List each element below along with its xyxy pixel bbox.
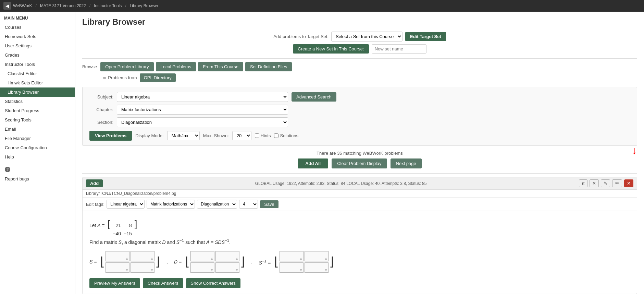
sidebar-item-homework-sets[interactable]: Homework Sets <box>0 32 75 41</box>
view-problems-button[interactable]: View Problems <box>89 131 132 141</box>
page-title: Library Browser <box>82 17 637 27</box>
save-tag-button[interactable]: Save <box>260 200 278 208</box>
matrix-a-r1c2: 8 <box>124 222 132 229</box>
answer-buttons-row: Preview My Answers Check Answers Show Co… <box>89 278 630 288</box>
problem-body: Let A = [ 21 8 −40 −15 ] Find a matrix S… <box>83 211 637 294</box>
clear-problem-display-button[interactable]: Clear Problem Display <box>332 158 387 168</box>
create-new-set-button[interactable]: Create a New Set in This Course: <box>293 44 369 54</box>
browse-open-problem-library-button[interactable]: Open Problem Library <box>100 62 153 71</box>
hints-label: Hints <box>261 133 271 138</box>
sidebar-item-file-manager[interactable]: File Manager <box>0 134 75 143</box>
max-shown-select[interactable]: 20 10 50 <box>232 131 251 140</box>
sidebar-item-statistics[interactable]: Statistics <box>0 97 75 106</box>
or-problems-from-label: or Problems from <box>103 75 137 80</box>
sidebar-item-report-bugs[interactable]: Report bugs <box>0 174 75 184</box>
matrix-d-r1c1-cell[interactable]: ⊞ <box>190 251 214 261</box>
tag1-select[interactable]: Linear algebra <box>107 200 145 209</box>
chapter-select[interactable]: Matrix factorizations <box>117 105 288 115</box>
matrix-sep-1: , <box>166 259 168 265</box>
matrix-s-r1c1-cell[interactable]: ⊞ <box>106 251 129 261</box>
breadcrumb-sep3: / <box>125 3 126 8</box>
matrix-sep-2: , <box>251 259 252 265</box>
sidebar-item-hmwk-sets-editor[interactable]: Hmwk Sets Editor <box>0 78 75 87</box>
section-select[interactable]: Diagonalization <box>117 117 288 127</box>
sidebar-item-courses[interactable]: Courses <box>0 23 75 32</box>
matrix-sinv-r2c1-cell[interactable]: ⊞ <box>280 262 304 273</box>
problem-add-button[interactable]: Add <box>86 179 103 187</box>
breadcrumb-webwork[interactable]: WeBWorK <box>13 3 32 8</box>
sidebar-item-scoring-tools[interactable]: Scoring Tools <box>0 115 75 125</box>
breadcrumb-sep2: / <box>89 3 90 8</box>
sidebar-item-classlist-editor[interactable]: Classlist Editor <box>0 69 75 78</box>
back-button[interactable]: ◀ <box>3 2 11 10</box>
subject-select[interactable]: Linear algebra <box>117 92 288 102</box>
sidebar-item-grades[interactable]: Grades <box>0 50 75 60</box>
solutions-checkbox-label[interactable]: Solutions <box>274 133 298 138</box>
opl-directory-button[interactable]: OPL Directory <box>140 73 176 82</box>
edit-tags-row: Edit tags: Linear algebra Matrix factori… <box>83 198 637 211</box>
matrix-d-label: D = <box>174 259 182 264</box>
sidebar-help-icon-row[interactable]: ? <box>0 165 75 174</box>
tag4-select[interactable]: 4 <box>239 200 258 209</box>
sidebar-item-course-configuration[interactable]: Course Configuration <box>0 143 75 152</box>
grid-icon: ⊞ <box>300 257 302 260</box>
solutions-checkbox[interactable] <box>274 133 278 138</box>
browse-from-this-course-button[interactable]: From This Course <box>198 62 243 71</box>
add-all-button[interactable]: Add All <box>298 158 328 168</box>
problem-icons: π ✕ ✎ 👁 ✕ <box>579 179 633 187</box>
subject-label: Subject: <box>89 94 113 99</box>
hints-checkbox-label[interactable]: Hints <box>255 133 271 138</box>
problem-icon-view[interactable]: 👁 <box>612 179 622 187</box>
grid-icon: ⊞ <box>325 269 327 272</box>
matrix-s-r2c2-cell[interactable]: ⊞ <box>131 262 154 273</box>
show-correct-answers-button[interactable]: Show Correct Answers <box>186 278 241 288</box>
tag2-select[interactable]: Matrix factorizations <box>147 200 195 209</box>
sidebar-item-email[interactable]: Email <box>0 125 75 134</box>
display-mode-select[interactable]: MathJax MathML Plain Text <box>167 131 200 140</box>
sidebar-item-library-browser[interactable]: Library Browser <box>0 87 75 97</box>
problem-icon-times[interactable]: ✕ <box>590 179 599 187</box>
matrix-d-close-bracket: ⌋ <box>240 256 245 268</box>
matrix-d-r2c2-cell[interactable]: ⊞ <box>215 262 239 273</box>
matrix-sinv-r2c2-cell[interactable]: ⊞ <box>305 262 329 273</box>
matrix-sinv-r1c1-cell[interactable]: ⊞ <box>280 251 304 261</box>
advanced-search-button[interactable]: Advanced Search <box>292 92 336 102</box>
matrix-s-cells: ⊞ ⊞ ⊞ ⊞ <box>106 251 154 273</box>
breadcrumb-instructor-tools[interactable]: Instructor Tools <box>94 3 122 8</box>
subject-row: Subject: Linear algebra Advanced Search <box>89 92 630 102</box>
statement-let: Let A = <box>89 223 106 228</box>
sidebar-item-instructor-tools[interactable]: Instructor Tools <box>0 60 75 69</box>
next-page-button[interactable]: Next page <box>391 158 422 168</box>
sidebar-item-student-progress[interactable]: Student Progress <box>0 106 75 115</box>
preview-my-answers-button[interactable]: Preview My Answers <box>89 278 140 288</box>
target-set-select[interactable]: Select a Set from this Course <box>331 32 402 42</box>
matrix-s-r2c1-cell[interactable]: ⊞ <box>106 262 129 273</box>
problem-icon-pi[interactable]: π <box>579 179 587 187</box>
grid-icon: ⊞ <box>126 269 128 272</box>
problem-path: Library/TCNJ/TCNJ_Diagonalization/proble… <box>83 190 637 198</box>
hints-checkbox[interactable] <box>255 133 259 138</box>
problem-card: Add GLOBAL Usage: 1922, Attempts: 2.83, … <box>82 177 637 294</box>
matrix-sinv-r1c2-cell[interactable]: ⊞ <box>305 251 329 261</box>
grid-icon: ⊞ <box>300 269 302 272</box>
view-problems-row: View Problems Display Mode: MathJax Math… <box>89 131 630 141</box>
grid-icon: ⊞ <box>151 269 153 272</box>
matrix-d-r1c2-cell[interactable]: ⊞ <box>215 251 239 261</box>
chapter-label: Chapter: <box>89 107 113 112</box>
matrix-d-open-bracket: ⌊ <box>185 256 190 268</box>
matrix-s-r1c2-cell[interactable]: ⊞ <box>131 251 154 261</box>
tag3-select[interactable]: Diagonalization <box>197 200 237 209</box>
sidebar-item-user-settings[interactable]: User Settings <box>0 41 75 50</box>
browse-row: Browse Open Problem Library Local Proble… <box>82 62 637 71</box>
edit-target-set-button[interactable]: Edit Target Set <box>405 32 446 41</box>
sidebar-item-help[interactable]: Help <box>0 152 75 162</box>
check-answers-button[interactable]: Check Answers <box>143 278 183 288</box>
new-set-name-input[interactable] <box>372 44 426 54</box>
problem-icon-edit[interactable]: ✎ <box>601 179 610 187</box>
matrix-d-r2c1-cell[interactable]: ⊞ <box>190 262 214 273</box>
breadcrumb-course[interactable]: MATE 3171 Verano 2022 <box>40 3 86 8</box>
problem-close-button[interactable]: ✕ <box>624 179 633 187</box>
browse-local-problems-button[interactable]: Local Problems <box>156 62 196 71</box>
display-mode-label: Display Mode: <box>135 133 163 138</box>
browse-set-definition-files-button[interactable]: Set Definition Files <box>245 62 292 71</box>
